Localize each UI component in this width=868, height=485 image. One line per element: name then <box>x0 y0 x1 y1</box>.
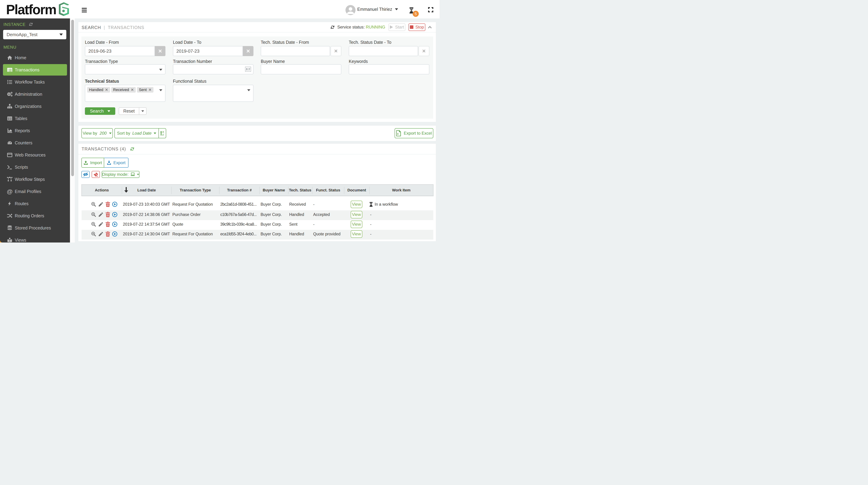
svg-text:Z: Z <box>162 134 164 136</box>
svg-text:A: A <box>162 131 164 133</box>
svg-text:x: x <box>397 132 399 135</box>
